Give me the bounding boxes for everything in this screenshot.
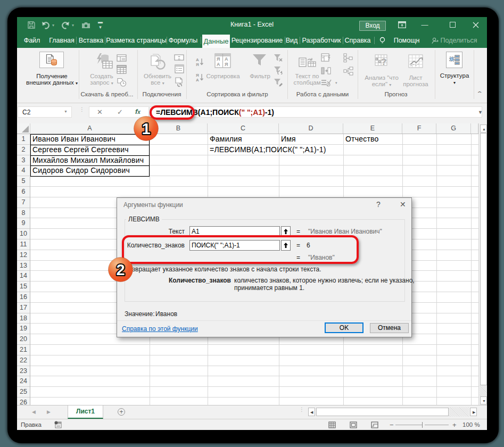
svg-text:2: 2 — [116, 261, 125, 278]
svg-text:Я: Я — [196, 62, 199, 67]
svg-text:А: А — [225, 56, 228, 62]
svg-text:Я: Я — [217, 56, 220, 62]
svg-text:А: А — [217, 62, 220, 67]
svg-text:?: ? — [381, 57, 386, 67]
svg-text:А: А — [196, 78, 199, 82]
svg-text:1: 1 — [142, 120, 150, 137]
svg-text:Я: Я — [225, 62, 228, 67]
svg-text:Я: Я — [196, 73, 199, 78]
svg-text:А: А — [196, 57, 199, 62]
